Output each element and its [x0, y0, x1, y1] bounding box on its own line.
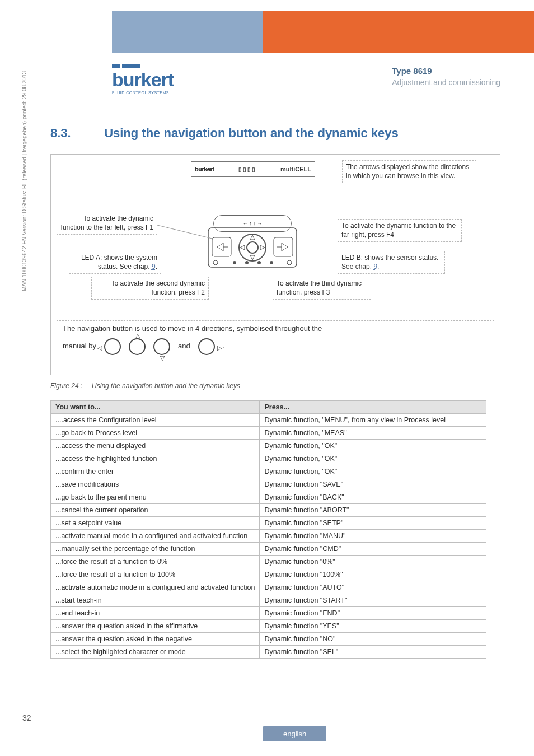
table-cell-action: ...select the highlighted character or m…	[51, 646, 260, 659]
nav-up-icon: △	[129, 338, 146, 355]
callout-f4: To activate the dynamic function to the …	[338, 219, 462, 242]
device-key-icons: ← ↑ ↓ →	[243, 221, 263, 226]
side-document-id: MAN 1000139642 EN Version: D Status: RL …	[21, 71, 27, 291]
figure-label: Figure 24 :	[50, 382, 82, 390]
table-cell-action: ...go back to the parent menu	[51, 491, 260, 504]
brand-logo-text: burkert	[112, 69, 174, 91]
table-row: ...answer the question asked in the affi…	[51, 620, 486, 633]
section-title: Using the navigation button and the dyna…	[104, 126, 399, 140]
nav-right-icon: ▷	[198, 338, 215, 355]
table-cell-action: ...cancel the current operation	[51, 504, 260, 517]
device-logo: burkert	[195, 166, 214, 172]
table-row: ....access the Configuration levelDynami…	[51, 414, 486, 427]
svg-marker-3	[250, 235, 255, 240]
header-band-orange	[263, 11, 534, 53]
nav-text-pre: The navigation button is used to move in…	[63, 324, 488, 334]
table-cell-action: ...start teach-in	[51, 594, 260, 607]
table-cell-action: ...answer the question asked in the nega…	[51, 633, 260, 646]
chap-link-9a[interactable]: 9	[152, 263, 156, 270]
device-bars: ▯▯▯▯	[238, 166, 256, 172]
page-number: 32	[22, 713, 31, 722]
doc-type: Type 8619	[392, 66, 500, 76]
table-cell-action: ...go back to Process level	[51, 427, 260, 440]
nav-dot: .	[223, 342, 225, 351]
table-row: ...access the highlighted functionDynami…	[51, 452, 486, 465]
table-cell-press: Dynamic function "SETP"	[260, 517, 486, 530]
table-row: ...manually set the percentage of the fu…	[51, 543, 486, 556]
table-cell-press: Dynamic function "ABORT"	[260, 504, 486, 517]
table-row: ...access the menu displayedDynamic func…	[51, 440, 486, 452]
header-rule	[50, 100, 500, 100]
table-row: ...go back to the parent menuDynamic fun…	[51, 491, 486, 504]
table-cell-action: ...force the result of a function to 100…	[51, 568, 260, 581]
figure-caption: Figure 24 : Using the navigation button …	[50, 382, 240, 390]
table-row: ...set a setpoint valueDynamic function …	[51, 517, 486, 530]
table-cell-action: ...activate manual mode in a configured …	[51, 530, 260, 543]
callout-f1: To activate the dynamic function to the …	[57, 212, 157, 235]
svg-point-16	[245, 261, 249, 264]
table-row: ...start teach-inDynamic function "START…	[51, 594, 486, 607]
table-head-right: Press...	[260, 401, 486, 414]
callout-f3: To activate the third dynamic function, …	[273, 277, 371, 300]
table-cell-action: ...confirm the enter	[51, 465, 260, 478]
table-head-left: You want to...	[51, 401, 260, 414]
svg-point-18	[270, 261, 273, 264]
table-row: ...save modificationsDynamic function "S…	[51, 478, 486, 491]
table-cell-action: ...force the result of a function to 0%	[51, 556, 260, 568]
table-row: ...force the result of a function to 100…	[51, 568, 486, 581]
table-cell-press: Dynamic function "SEL"	[260, 646, 486, 659]
callout-led-a: LED A: shows the system status. See chap…	[69, 251, 161, 274]
svg-point-13	[213, 260, 218, 265]
table-row: ...confirm the enterDynamic function, "O…	[51, 465, 486, 478]
table-cell-press: Dynamic function "CMD"	[260, 543, 486, 556]
figure-text: Using the navigation button and the dyna…	[92, 382, 240, 390]
nav-and: and	[178, 342, 190, 351]
table-cell-press: Dynamic function "MANU"	[260, 530, 486, 543]
nav-left-icon: ◁	[104, 338, 121, 355]
callout-led-b-pre: LED B: shows the sensor status. See chap…	[341, 254, 438, 270]
callout-led-a-pre: LED A: shows the system status. See chap…	[81, 254, 157, 270]
svg-point-1	[239, 234, 266, 261]
device-model: multiCELL	[280, 166, 311, 172]
callout-led-b: LED B: shows the sensor status. See chap…	[338, 251, 445, 274]
table-row: ...select the highlighted character or m…	[51, 646, 486, 659]
table-row: ...force the result of a function to 0%D…	[51, 556, 486, 568]
brand-logo: burkert FLUID CONTROL SYSTEMS	[112, 64, 174, 95]
callout-f2: To activate the second dynamic function,…	[91, 277, 209, 300]
svg-marker-4	[250, 255, 255, 260]
table-row: ...answer the question asked in the nega…	[51, 633, 486, 646]
svg-point-2	[247, 242, 258, 253]
header-right: Type 8619 Adjustment and commissioning	[392, 66, 500, 87]
table-cell-action: ...access the highlighted function	[51, 452, 260, 465]
table-cell-press: Dynamic function "NO"	[260, 633, 486, 646]
table-cell-action: ...answer the question asked in the affi…	[51, 620, 260, 633]
table-cell-press: Dynamic function "START"	[260, 594, 486, 607]
actions-table: You want to... Press... ....access the C…	[50, 400, 486, 659]
svg-marker-6	[260, 245, 265, 250]
callout-led-b-post: .	[377, 263, 379, 270]
table-cell-action: ...end teach-in	[51, 607, 260, 620]
diagram-container: burkert ▯▯▯▯ multiCELL ← ↑ ↓ →	[50, 154, 500, 375]
table-row: ...go back to Process levelDynamic funct…	[51, 427, 486, 440]
table-cell-action: ...activate automatic mode in a configur…	[51, 581, 260, 594]
table-cell-press: Dynamic function "100%"	[260, 568, 486, 581]
table-cell-press: Dynamic function "YES"	[260, 620, 486, 633]
section-heading: 8.3. Using the navigation button and the…	[50, 126, 500, 141]
device-panel-svg	[208, 227, 297, 276]
svg-marker-5	[240, 245, 245, 250]
table-cell-press: Dynamic function, "OK"	[260, 440, 486, 452]
svg-marker-11	[282, 243, 288, 251]
language-label: english	[263, 726, 326, 741]
svg-point-14	[287, 260, 292, 265]
table-cell-action: ...save modifications	[51, 478, 260, 491]
table-row: ...activate manual mode in a configured …	[51, 530, 486, 543]
header-band-blue	[112, 11, 263, 53]
section-number: 8.3.	[50, 126, 101, 141]
nav-manual-by: manual by	[63, 342, 96, 351]
table-cell-press: Dynamic function, "OK"	[260, 452, 486, 465]
table-row: ...cancel the current operationDynamic f…	[51, 504, 486, 517]
brand-logo-subtext: FLUID CONTROL SYSTEMS	[112, 91, 174, 95]
table-cell-press: Dynamic function "END"	[260, 607, 486, 620]
table-cell-press: Dynamic function "SAVE"	[260, 478, 486, 491]
table-cell-action: ....access the Configuration level	[51, 414, 260, 427]
